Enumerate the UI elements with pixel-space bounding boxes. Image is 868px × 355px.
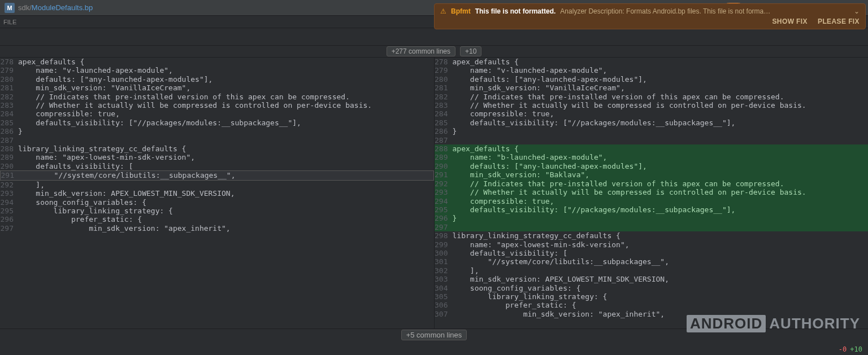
code-text: name: "b-launched-apex-module", [453, 153, 869, 161]
line-number: 282 [0, 93, 18, 101]
line-number: 306 [435, 301, 453, 309]
code-line[interactable]: 279 name: "v-launched-apex-module", [0, 66, 434, 74]
file-path-name[interactable]: ModuleDefaults.bp [32, 3, 93, 12]
chevron-down-icon[interactable]: ⌄ [854, 7, 860, 15]
lines-added-bottom: +10 [850, 345, 862, 353]
line-number: 279 [435, 66, 453, 74]
code-line[interactable]: 295 library_linking_strategy: { [0, 207, 434, 215]
file-label-left: FILE [3, 19, 16, 25]
code-text: defaults: ["any-launched-apex-modules"], [453, 75, 869, 84]
code-text: min_sdk_version: "VanillaIceCream", [453, 84, 869, 92]
code-line[interactable]: 297 min_sdk_version: "apex_inherit", [0, 224, 434, 233]
file-header-right: FILE ⚠ Bpfmt This file is not formatted.… [434, 16, 868, 28]
delta-chip[interactable]: +10 [460, 46, 481, 56]
line-number: 296 [0, 215, 18, 223]
line-number: 304 [435, 284, 453, 292]
code-line[interactable]: 289 name: "b-launched-apex-module", [435, 153, 869, 161]
code-line[interactable]: 287 [435, 136, 869, 144]
code-line[interactable]: 298library_linking_strategy_cc_defaults … [435, 231, 869, 240]
diff-area: 278apex_defaults {279 name: "v-launched-… [0, 58, 868, 328]
line-number: 294 [435, 197, 453, 205]
lines-removed-bottom: -0 [839, 345, 847, 353]
diff-pane-left[interactable]: 278apex_defaults {279 name: "v-launched-… [0, 58, 435, 328]
code-text: defaults: ["any-launched-apex-modules"], [453, 162, 869, 170]
code-line[interactable]: 290 defaults_visibility: [ [0, 162, 434, 170]
code-line[interactable]: 295 defaults_visibility: ["//packages/mo… [435, 205, 869, 214]
line-number: 307 [435, 310, 453, 318]
line-number: 284 [0, 109, 18, 118]
code-line[interactable]: 279 name: "v-launched-apex-module", [435, 66, 869, 74]
code-line[interactable]: 294 soong_config_variables: { [0, 198, 434, 207]
code-line[interactable]: 286} [435, 127, 869, 135]
line-number: 287 [0, 136, 18, 144]
code-line[interactable]: 301 "//system/core/libutils:__subpackage… [435, 257, 869, 266]
line-number: 289 [0, 153, 18, 161]
show-fix-button[interactable]: SHOW FIX [772, 17, 808, 25]
line-number: 303 [435, 275, 453, 283]
line-number: 280 [435, 75, 453, 84]
common-lines-chip-bottom[interactable]: +5 common lines [401, 330, 467, 340]
code-line[interactable]: 296} [435, 214, 869, 222]
code-line[interactable]: 300 defaults_visibility: [ [435, 249, 869, 257]
please-fix-button[interactable]: PLEASE FIX [818, 17, 860, 25]
line-number: 278 [0, 58, 18, 66]
code-line[interactable]: 280 defaults: ["any-launched-apex-module… [435, 75, 869, 84]
code-line[interactable]: 288apex_defaults { [435, 144, 869, 153]
line-number: 285 [435, 119, 453, 127]
code-line[interactable]: 286} [0, 127, 434, 135]
code-line[interactable]: 306 prefer_static: { [435, 301, 869, 309]
watermark-boxed: ANDROID [687, 315, 766, 332]
code-text: prefer_static: { [18, 215, 434, 223]
line-number: 292 [435, 179, 453, 188]
code-line[interactable]: 287 [0, 136, 434, 144]
code-line[interactable]: 291 min_sdk_version: "Baklava", [435, 170, 869, 179]
code-text [453, 136, 869, 144]
code-line[interactable]: 296 prefer_static: { [0, 215, 434, 223]
code-line[interactable]: 284 compressible: true, [0, 109, 434, 118]
code-line[interactable]: 290 defaults: ["any-launched-apex-module… [435, 162, 869, 170]
code-line[interactable]: 280 defaults: ["any-launched-apex-module… [0, 75, 434, 84]
code-text: } [453, 214, 869, 222]
analyzer-description: Analyzer Description: Formats Android.bp… [560, 7, 849, 15]
code-line[interactable]: 285 defaults_visibility: ["//packages/mo… [0, 119, 434, 127]
code-line[interactable]: 282 // Indicates that pre-installed vers… [435, 93, 869, 101]
code-line[interactable]: 289 name: "apex-lowest-min-sdk-version", [0, 153, 434, 161]
line-number: 286 [435, 127, 453, 135]
diff-pane-right[interactable]: 278apex_defaults {279 name: "v-launched-… [435, 58, 869, 328]
code-line[interactable]: 297 [435, 223, 869, 231]
code-line[interactable]: 299 name: "apex-lowest-min-sdk-version", [435, 240, 869, 249]
code-line[interactable]: 303 min_sdk_version: APEX_LOWEST_MIN_SDK… [435, 275, 869, 283]
line-number: 278 [435, 58, 453, 66]
code-line[interactable]: 293 // Whether it actually will be compr… [435, 188, 869, 196]
code-line[interactable]: 293 min_sdk_version: APEX_LOWEST_MIN_SDK… [0, 189, 434, 198]
code-line[interactable]: 285 defaults_visibility: ["//packages/mo… [435, 119, 869, 127]
code-line[interactable]: 278apex_defaults { [435, 58, 869, 66]
code-text: // Indicates that pre-installed version … [453, 93, 869, 101]
code-line[interactable]: 292 // Indicates that pre-installed vers… [435, 179, 869, 188]
code-line[interactable]: 282 // Indicates that pre-installed vers… [0, 93, 434, 101]
code-line[interactable]: 283 // Whether it actually will be compr… [435, 101, 869, 109]
code-text: compressible: true, [453, 109, 869, 118]
code-line[interactable]: 304 soong_config_variables: { [435, 284, 869, 292]
code-line[interactable]: 294 compressible: true, [435, 197, 869, 205]
code-line[interactable]: 281 min_sdk_version: "VanillaIceCream", [435, 84, 869, 92]
code-text: min_sdk_version: "VanillaIceCream", [18, 84, 434, 92]
common-lines-chip[interactable]: +277 common lines [387, 46, 455, 56]
code-line[interactable]: 278apex_defaults { [0, 58, 434, 66]
code-line[interactable]: 305 library_linking_strategy: { [435, 292, 869, 301]
code-text: apex_defaults { [453, 58, 869, 66]
code-line[interactable]: 288library_linking_strategy_cc_defaults … [0, 144, 434, 153]
code-line[interactable]: 281 min_sdk_version: "VanillaIceCream", [0, 84, 434, 92]
code-line[interactable]: 302 ], [435, 266, 869, 275]
hunk-bar-top: +277 common lines +10 [0, 45, 868, 58]
line-number: 292 [0, 181, 18, 189]
code-line[interactable]: 291 "//system/core/libutils:__subpackage… [0, 170, 434, 180]
code-text [18, 136, 434, 144]
code-line[interactable]: 284 compressible: true, [435, 109, 869, 118]
code-line[interactable]: 283 // Whether it actually will be compr… [0, 101, 434, 109]
analyzer-tool: Bpfmt [451, 7, 471, 15]
line-number: 298 [435, 231, 453, 240]
warning-icon: ⚠ [440, 7, 446, 15]
line-number: 281 [435, 84, 453, 92]
code-line[interactable]: 292 ], [0, 181, 434, 189]
